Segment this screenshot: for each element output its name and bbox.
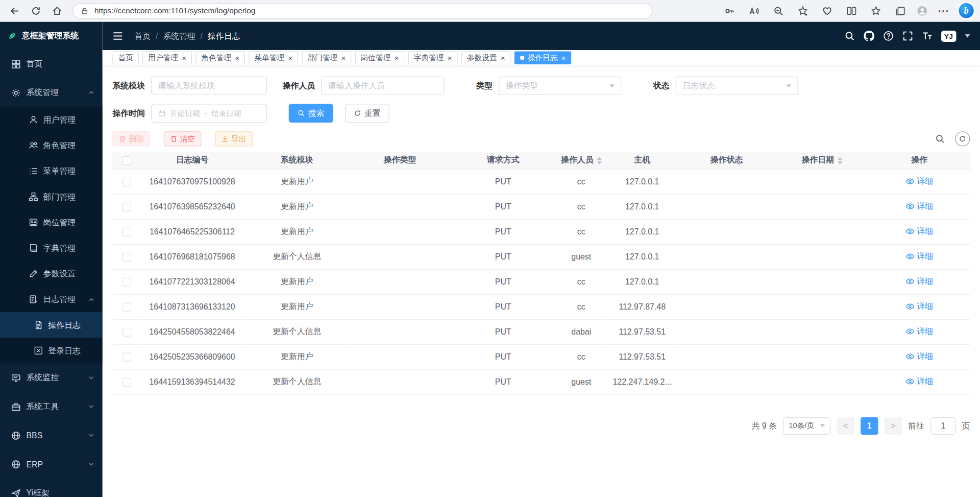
close-icon[interactable]: × (235, 54, 239, 62)
sidebar-item-bbs[interactable]: BBS (0, 421, 103, 449)
fullscreen-icon[interactable] (902, 31, 913, 41)
tab-menu-mgmt[interactable]: 菜单管理× (249, 51, 298, 64)
refresh-button[interactable] (955, 131, 970, 146)
tab-post-mgmt[interactable]: 岗位管理× (355, 51, 405, 64)
tab-home[interactable]: 首页 (112, 51, 138, 64)
tab-role-mgmt[interactable]: 角色管理× (195, 51, 245, 64)
browser-essentials-icon[interactable] (818, 2, 837, 19)
export-button[interactable]: 导出 (215, 131, 252, 146)
detail-link[interactable]: 详细 (905, 175, 933, 186)
hamburger-icon[interactable] (112, 31, 123, 41)
delete-button[interactable]: 删除 (112, 131, 150, 146)
tab-operation-log[interactable]: 操作日志× (514, 51, 571, 64)
split-screen-icon[interactable] (842, 2, 861, 19)
detail-link[interactable]: 详细 (905, 375, 933, 387)
detail-link[interactable]: 详细 (905, 300, 933, 312)
tab-dept-mgmt[interactable]: 部门管理× (302, 51, 351, 64)
col-operator[interactable]: 操作人员 (556, 152, 606, 169)
next-page-button[interactable]: > (885, 417, 902, 434)
row-checkbox[interactable] (122, 202, 131, 211)
tab-user-mgmt[interactable]: 用户管理× (142, 51, 192, 64)
reset-button[interactable]: 重置 (345, 104, 389, 123)
row-checkbox[interactable] (122, 277, 131, 286)
close-icon[interactable]: × (341, 54, 346, 62)
password-key-icon[interactable] (720, 2, 739, 19)
goto-page-input[interactable] (930, 417, 955, 434)
row-checkbox[interactable] (122, 327, 131, 336)
sidebar-item-menu-mgmt[interactable]: 菜单管理 (0, 158, 103, 184)
address-bar[interactable]: https://ccnetcore.com:1101/system/log/op… (72, 3, 652, 19)
clear-button[interactable]: 清空 (164, 131, 201, 146)
row-checkbox[interactable] (122, 377, 131, 386)
detail-link[interactable]: 详细 (905, 250, 933, 262)
status-select[interactable]: 日志状态 (676, 76, 798, 95)
github-icon[interactable] (864, 31, 874, 41)
sidebar-item-erp[interactable]: ERP (0, 449, 103, 478)
detail-link[interactable]: 详细 (905, 350, 933, 362)
module-input[interactable]: 请输入系统模块 (151, 76, 267, 95)
sidebar-item-dept-mgmt[interactable]: 部门管理 (0, 184, 103, 209)
add-favorite-icon[interactable] (793, 2, 812, 19)
sidebar-item-system-monitor[interactable]: 系统监控 (0, 363, 103, 392)
row-checkbox[interactable] (122, 352, 131, 361)
url-text[interactable]: https://ccnetcore.com:1101/system/log/op… (94, 6, 255, 15)
home-icon[interactable] (47, 2, 66, 19)
sidebar-item-role-mgmt[interactable]: 角色管理 (0, 133, 103, 158)
close-icon[interactable]: × (182, 54, 186, 62)
close-icon[interactable]: × (501, 54, 505, 62)
close-icon[interactable]: × (288, 54, 293, 62)
tab-param-settings[interactable]: 参数设置× (461, 51, 511, 64)
page-size-select[interactable]: 10条/页 (783, 417, 830, 434)
search-icon[interactable] (844, 31, 855, 41)
help-icon[interactable] (883, 31, 894, 41)
refresh-icon[interactable] (26, 2, 45, 19)
favorites-icon[interactable] (866, 2, 885, 19)
close-icon[interactable]: × (561, 54, 566, 62)
close-icon[interactable]: × (448, 54, 452, 62)
more-icon[interactable]: ··· (935, 2, 953, 19)
row-checkbox[interactable] (122, 252, 131, 261)
col-date[interactable]: 操作日期 (775, 152, 869, 169)
page-number-1[interactable]: 1 (861, 417, 878, 434)
row-checkbox[interactable] (122, 177, 131, 186)
profile-avatar[interactable] (915, 4, 929, 17)
detail-link[interactable]: 详细 (905, 200, 933, 211)
read-aloud-icon[interactable] (744, 2, 763, 19)
user-logo[interactable]: YJ (941, 30, 957, 41)
caret-down-icon[interactable] (965, 34, 970, 37)
row-checkbox[interactable] (122, 227, 131, 236)
select-all-checkbox[interactable] (122, 156, 131, 165)
prev-page-button[interactable]: < (837, 417, 854, 434)
search-icon[interactable] (935, 134, 945, 144)
detail-link[interactable]: 详细 (905, 225, 933, 236)
row-checkbox[interactable] (122, 302, 131, 311)
breadcrumb-system-mgmt[interactable]: 系统管理 (163, 30, 195, 41)
collections-icon[interactable] (891, 2, 910, 19)
operator-input[interactable]: 请输入操作人员 (321, 76, 444, 95)
sidebar-item-home[interactable]: 首页 (0, 50, 103, 78)
sidebar-item-param-settings[interactable]: 参数设置 (0, 261, 103, 287)
sort-caret[interactable] (597, 157, 602, 164)
detail-link[interactable]: 详细 (905, 275, 933, 287)
date-range-picker[interactable]: 开始日期 - 结束日期 (151, 104, 267, 123)
breadcrumb-home[interactable]: 首页 (134, 30, 151, 41)
tab-dict-mgmt[interactable]: 字典管理× (408, 51, 458, 64)
sidebar-item-dict-mgmt[interactable]: 字典管理 (0, 235, 103, 261)
bing-icon[interactable]: b (959, 3, 973, 18)
sort-caret[interactable] (837, 157, 842, 164)
sidebar-item-post-mgmt[interactable]: 岗位管理 (0, 209, 103, 235)
sidebar-item-log-mgmt[interactable]: 日志管理 (0, 287, 103, 312)
type-select[interactable]: 操作类型 (499, 76, 621, 95)
zoom-out-icon[interactable] (769, 2, 788, 19)
sidebar-item-operation-log[interactable]: 操作日志 (0, 312, 103, 338)
detail-link[interactable]: 详细 (905, 325, 933, 337)
search-button[interactable]: 搜索 (289, 104, 333, 123)
sidebar-item-yi-framework[interactable]: Yi框架 (0, 479, 103, 497)
sidebar-item-system-mgmt[interactable]: 系统管理 (0, 78, 103, 107)
sidebar-item-login-log[interactable]: 登录日志 (0, 338, 103, 363)
sidebar-item-user-mgmt[interactable]: 用户管理 (0, 107, 103, 132)
app-logo[interactable]: 意框架管理系统 (0, 22, 103, 50)
close-icon[interactable]: × (395, 54, 399, 62)
font-size-icon[interactable] (922, 31, 933, 41)
back-icon[interactable] (5, 2, 24, 19)
